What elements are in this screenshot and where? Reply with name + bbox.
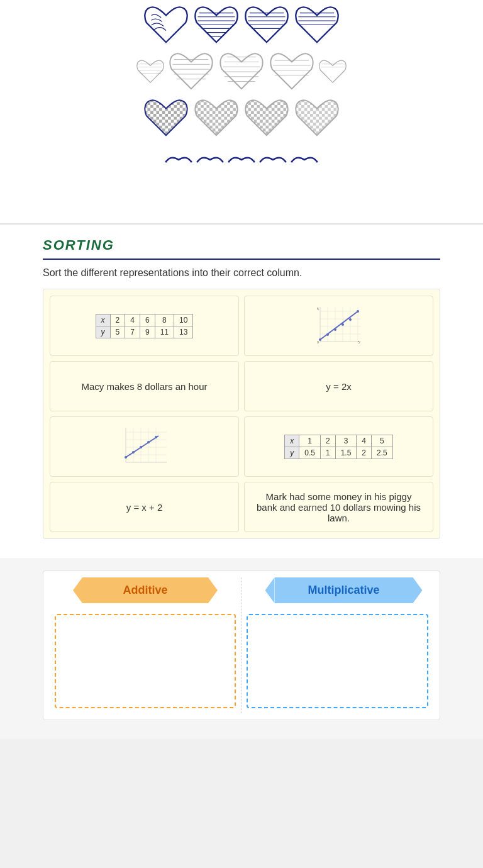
card-table-2[interactable]: x 12345 y 0.511.522.5 (244, 416, 433, 477)
svg-text:0: 0 (317, 340, 319, 344)
svg-point-61 (349, 318, 352, 321)
heart-icon (216, 50, 267, 94)
card-graph-1[interactable]: 0 5 5 (244, 296, 433, 356)
heart-icon (135, 58, 166, 86)
heart-icon (191, 96, 242, 140)
heart-icon (242, 3, 292, 47)
heart-icon (166, 50, 216, 94)
sorting-section: SORTING Sort the different representatio… (0, 223, 483, 558)
multiplicative-drop-area[interactable] (247, 614, 428, 708)
macy-text: Macy makes 8 dollars an hour (81, 381, 207, 392)
svg-text:5: 5 (317, 307, 319, 311)
svg-point-59 (334, 328, 336, 331)
mark-text: Mark had some money in his piggy bank an… (255, 491, 423, 523)
heart-icon (292, 3, 342, 47)
heart-icon (267, 50, 317, 94)
additive-drop-area[interactable] (55, 614, 236, 708)
bird-icon (257, 146, 289, 174)
svg-point-57 (319, 338, 321, 341)
cards-grid: x 246810 y 5791113 (50, 296, 433, 532)
multiplicative-banner: Multiplicative (275, 577, 401, 603)
equation-2x: y = 2x (326, 381, 351, 392)
card-equation-xplus2[interactable]: y = x + 2 (50, 482, 239, 532)
sorting-title: SORTING (43, 237, 440, 253)
bird-icon (226, 146, 257, 174)
card-mark-text[interactable]: Mark had some money in his piggy bank an… (244, 482, 433, 532)
bird-icon (194, 146, 226, 174)
svg-point-79 (140, 446, 142, 448)
svg-point-77 (125, 456, 127, 459)
graph-1-svg: 0 5 5 (314, 304, 364, 348)
heart-icon (292, 96, 342, 140)
table-1: x 246810 y 5791113 (96, 314, 194, 338)
svg-point-80 (147, 441, 150, 443)
heart-icon (317, 58, 348, 86)
svg-line-56 (320, 311, 358, 340)
card-graph-2[interactable] (50, 416, 239, 477)
heart-icon (191, 3, 242, 47)
cards-container: x 246810 y 5791113 (43, 289, 440, 539)
table-2: x 12345 y 0.511.522.5 (284, 435, 392, 459)
svg-point-62 (357, 310, 359, 313)
additive-banner: Additive (82, 577, 208, 603)
svg-line-76 (126, 436, 158, 457)
equation-xplus2: y = x + 2 (126, 502, 163, 513)
additive-drop-zone[interactable]: Additive (50, 577, 242, 713)
bird-icon (163, 146, 194, 174)
card-table-1[interactable]: x 246810 y 5791113 (50, 296, 239, 356)
multiplicative-label: Multiplicative (275, 577, 413, 603)
heart-icon (141, 3, 191, 47)
svg-point-81 (155, 436, 157, 438)
graph-2-svg (119, 425, 170, 469)
heart-icon (141, 96, 191, 140)
svg-text:5: 5 (358, 340, 360, 344)
bottom-area (0, 739, 483, 868)
svg-point-60 (341, 323, 344, 326)
additive-label: Additive (82, 577, 208, 603)
sorting-instruction: Sort the different representations into … (43, 267, 440, 279)
bird-icon (289, 146, 320, 174)
drop-zones-section: Additive Multiplicative (0, 558, 483, 739)
sorting-divider (43, 259, 440, 260)
multiplicative-drop-zone[interactable]: Multiplicative (242, 577, 433, 713)
svg-point-78 (132, 451, 135, 453)
heart-icon (242, 96, 292, 140)
card-macy-text[interactable]: Macy makes 8 dollars an hour (50, 361, 239, 411)
drop-zones-container: Additive Multiplicative (43, 570, 440, 720)
card-equation-2x[interactable]: y = 2x (244, 361, 433, 411)
hearts-background (0, 0, 483, 223)
svg-point-58 (326, 333, 329, 336)
